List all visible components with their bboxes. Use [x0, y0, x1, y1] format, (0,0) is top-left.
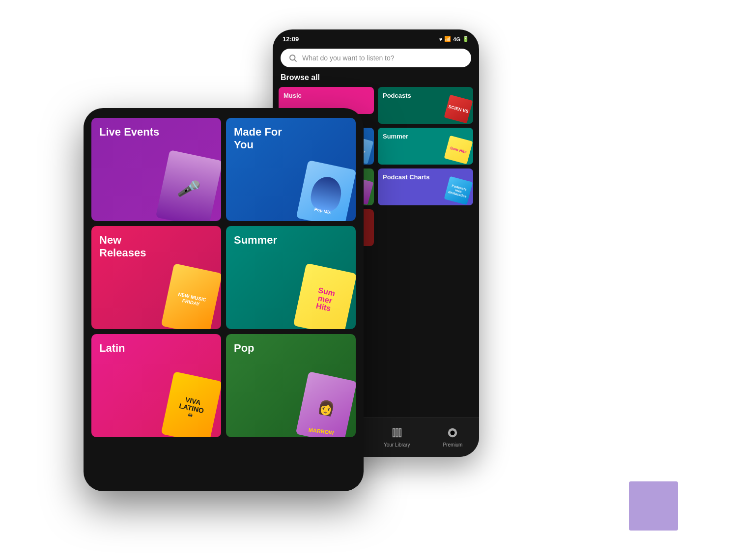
heart-icon: ♥: [439, 36, 443, 42]
podcast-charts-art: Podcasts más destacados: [444, 176, 473, 205]
nav-label-premium: Premium: [443, 442, 462, 448]
front-card-latin[interactable]: Latin VIVALATINO 🕶: [91, 334, 221, 437]
front-card-title-pop: Pop: [234, 342, 255, 355]
browse-grid-front: Live Events Made For You Pop Mix New Rel…: [84, 108, 364, 447]
time-display: 12:09: [283, 35, 299, 43]
wifi-icon: 📶: [444, 36, 451, 42]
browse-card-podcast-charts[interactable]: Podcast Charts Podcasts más destacados: [378, 168, 473, 205]
live-events-art: [156, 150, 221, 221]
front-card-summer[interactable]: Summer SummerHits: [226, 226, 356, 329]
front-card-new-releases[interactable]: New Releases NEW MUSIC FRIDAY: [91, 226, 221, 329]
status-bar-back: 12:09 ♥ 📶 4G 🔋: [273, 29, 479, 46]
svg-line-1: [294, 59, 296, 61]
browse-card-podcasts[interactable]: Podcasts SCIEN VS: [378, 87, 473, 124]
front-card-pop[interactable]: Pop 👩 MARROW: [226, 334, 356, 437]
card-label-podcasts: Podcasts: [383, 92, 411, 100]
svg-rect-4: [393, 429, 395, 437]
svg-point-0: [290, 55, 295, 60]
card-label-summer: Summer: [383, 133, 408, 140]
front-card-made-for-you[interactable]: Made For You Pop Mix: [226, 118, 356, 221]
svg-rect-5: [396, 429, 398, 437]
svg-point-8: [451, 430, 455, 435]
summer-art-front: SummerHits: [293, 263, 356, 329]
premium-icon: [447, 427, 458, 441]
latin-art: VIVALATINO 🕶: [161, 371, 221, 437]
front-card-live-events[interactable]: Live Events: [91, 118, 221, 221]
card-label-podcast-charts: Podcast Charts: [383, 173, 429, 181]
new-releases-art: NEW MUSIC FRIDAY: [161, 263, 221, 329]
status-icons: ♥ 📶 4G 🔋: [439, 36, 469, 42]
library-icon: [392, 427, 402, 441]
search-bar-back[interactable]: What do you want to listen to?: [281, 49, 471, 67]
search-icon: [288, 54, 297, 62]
signal-icon: 4G: [453, 36, 460, 42]
nav-item-premium[interactable]: Premium: [443, 427, 462, 448]
front-card-title-live-events: Live Events: [99, 126, 159, 139]
accent-decoration: [629, 481, 678, 531]
card-label-music: Music: [283, 92, 302, 100]
svg-rect-6: [399, 429, 401, 437]
front-card-title-new-releases: New Releases: [99, 234, 168, 260]
made-for-you-art-front: Pop Mix: [296, 160, 356, 221]
phone-front: Live Events Made For You Pop Mix New Rel…: [84, 108, 364, 491]
summer-art: Sum Hits: [444, 136, 473, 165]
front-card-title-made-for-you: Made For You: [234, 126, 302, 152]
nav-item-library[interactable]: Your Library: [384, 427, 410, 448]
front-card-title-latin: Latin: [99, 342, 125, 355]
battery-icon: 🔋: [462, 36, 469, 42]
nav-label-library: Your Library: [384, 442, 410, 448]
pop-art-front: 👩 MARROW: [296, 371, 356, 437]
front-card-title-summer: Summer: [234, 234, 277, 247]
browse-card-summer[interactable]: Summer Sum Hits: [378, 128, 473, 165]
podcasts-art: SCIEN VS: [444, 95, 473, 124]
search-placeholder-text: What do you want to listen to?: [302, 54, 395, 62]
browse-all-label: Browse all: [273, 73, 479, 87]
